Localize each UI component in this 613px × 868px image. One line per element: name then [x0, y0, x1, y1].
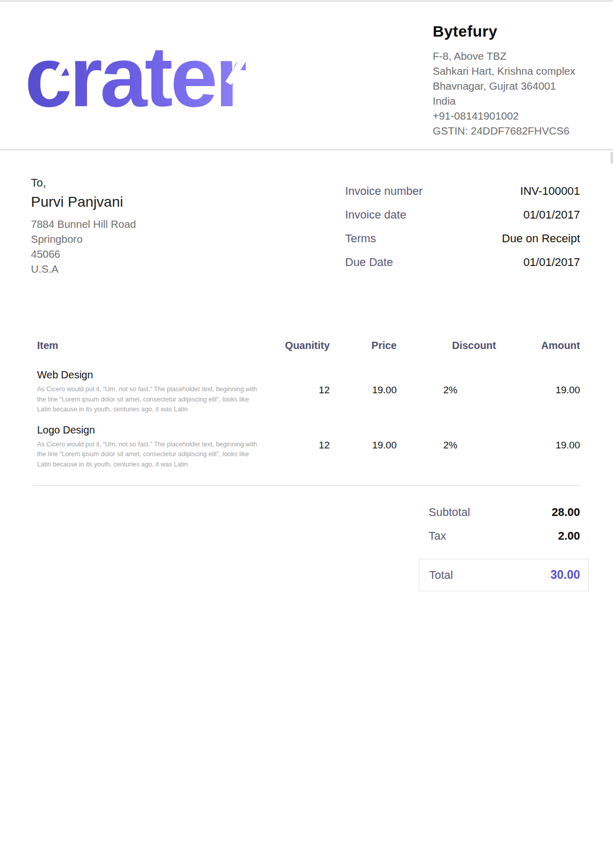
table-row: Logo Design As Cicero would put it, “Um,…	[33, 424, 580, 470]
items-table-header: Item Quanitity Price Discount Amount	[33, 340, 580, 369]
totals-section: Subtotal 28.00 Tax 2.00 Total 30.00	[419, 506, 589, 591]
subtotal-row: Subtotal 28.00	[419, 506, 589, 519]
item-discount: 2%	[397, 369, 496, 415]
client-address-line: 45066	[31, 246, 136, 261]
company-name: Bytefury	[433, 23, 580, 40]
crater-logo: crater	[25, 32, 267, 122]
total-label: Total	[429, 569, 453, 582]
table-row: Web Design As Cicero would put it, “Um, …	[33, 369, 580, 415]
terms-label: Terms	[345, 232, 376, 245]
item-cell: Web Design As Cicero would put it, “Um, …	[33, 369, 260, 415]
item-quantity: 12	[260, 369, 330, 415]
column-header-quantity: Quanitity	[260, 340, 330, 352]
company-gstin: GSTIN: 24DDF7682FHVCS6	[433, 123, 580, 138]
due-date-value: 01/01/2017	[523, 256, 580, 269]
invoice-number-row: Invoice number INV-100001	[345, 185, 580, 198]
column-header-item: Item	[33, 340, 260, 352]
company-address-line: India	[433, 93, 580, 108]
item-cell: Logo Design As Cicero would put it, “Um,…	[33, 424, 260, 470]
client-name: Purvi Panjvani	[31, 194, 136, 210]
bill-to-block: To, Purvi Panjvani 7884 Bunnel Hill Road…	[31, 176, 136, 279]
billing-section: To, Purvi Panjvani 7884 Bunnel Hill Road…	[0, 151, 613, 279]
invoice-meta-block: Invoice number INV-100001 Invoice date 0…	[345, 185, 580, 279]
item-amount: 19.00	[496, 369, 580, 415]
due-date-row: Due Date 01/01/2017	[345, 256, 580, 269]
grand-total-box: Total 30.00	[419, 559, 589, 591]
company-address-line: Sahkari Hart, Krishna complex	[433, 63, 580, 78]
invoice-number-value: INV-100001	[520, 185, 580, 198]
tax-label: Tax	[429, 529, 446, 543]
item-price: 19.00	[330, 369, 397, 415]
subtotal-label: Subtotal	[429, 506, 470, 519]
due-date-label: Due Date	[345, 256, 393, 269]
column-header-price: Price	[330, 340, 397, 352]
total-value: 30.00	[550, 568, 580, 582]
item-amount: 19.00	[496, 424, 580, 470]
scrollbar-fragment	[610, 152, 613, 163]
column-header-discount: Discount	[397, 340, 496, 352]
item-name: Logo Design	[37, 424, 260, 436]
terms-row: Terms Due on Receipt	[345, 232, 580, 245]
tax-row: Tax 2.00	[419, 529, 589, 543]
company-address-line: Bhavnagar, Gujrat 364001	[433, 78, 580, 93]
client-address-line: Springboro	[31, 231, 136, 246]
to-label: To,	[31, 176, 136, 190]
client-address-line: U.S.A	[31, 261, 136, 276]
invoice-header: crater Bytefury F-8, Above TBZ Sahkari H…	[0, 2, 613, 151]
terms-value: Due on Receipt	[502, 232, 580, 245]
tax-value: 2.00	[558, 529, 580, 543]
item-price: 19.00	[330, 424, 397, 470]
item-description: As Cicero would put it, “Um, not so fast…	[37, 385, 260, 415]
invoice-date-value: 01/01/2017	[523, 208, 580, 222]
item-description: As Cicero would put it, “Um, not so fast…	[37, 440, 260, 470]
items-table: Item Quanitity Price Discount Amount Web…	[33, 340, 580, 486]
company-info-block: Bytefury F-8, Above TBZ Sahkari Hart, Kr…	[433, 23, 580, 149]
column-header-amount: Amount	[496, 340, 580, 352]
invoice-date-label: Invoice date	[345, 208, 406, 222]
company-phone: +91-08141901002	[433, 108, 580, 123]
invoice-date-row: Invoice date 01/01/2017	[345, 208, 580, 222]
item-discount: 2%	[397, 424, 496, 470]
item-quantity: 12	[260, 424, 330, 470]
client-address-line: 7884 Bunnel Hill Road	[31, 216, 136, 231]
company-address-line: F-8, Above TBZ	[433, 48, 580, 63]
subtotal-value: 28.00	[552, 506, 580, 519]
item-name: Web Design	[37, 369, 260, 381]
invoice-number-label: Invoice number	[345, 185, 422, 198]
